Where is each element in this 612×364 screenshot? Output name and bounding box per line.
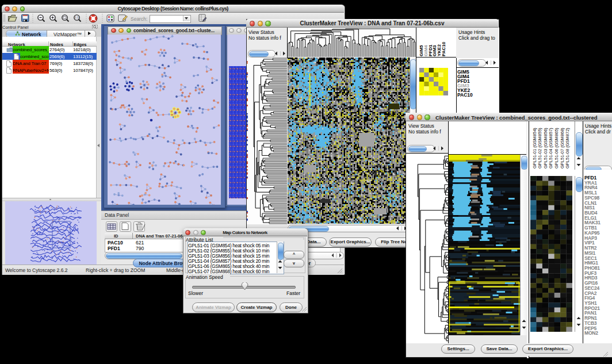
svg-text:GPL51-07 (GSM868): GPL51-07 (GSM868): [560, 128, 565, 168]
svg-text:GPL51-03 (GSM856): GPL51-03 (GSM856): [543, 128, 548, 168]
svg-text:GPL51-04 (GSM857): GPL51-04 (GSM857): [548, 128, 553, 168]
svg-text:1:1: 1:1: [75, 16, 79, 19]
svg-text:GPL51-06 (GSM865): GPL51-06 (GSM865): [554, 128, 559, 168]
svg-text:MON2: MON2: [584, 330, 598, 336]
svg-text:GPL51-08 (GSM872): GPL51-08 (GSM872): [565, 128, 570, 168]
svg-text:GPL51-02 (GSM855): GPL51-02 (GSM855): [537, 128, 542, 168]
svg-text:GPL51-01 (GSM854): GPL51-01 (GSM854): [532, 128, 537, 168]
svg-text:PAC10: PAC10: [441, 41, 446, 56]
